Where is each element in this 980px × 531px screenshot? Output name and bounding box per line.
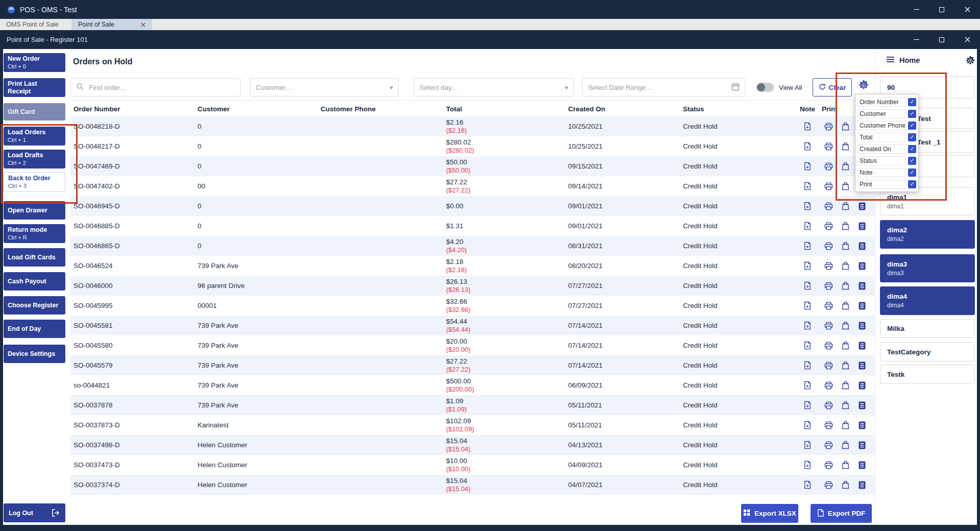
table-row[interactable]: SO-0037374-DHelen Customer$15.04($15.04)… xyxy=(70,475,875,495)
invoice-icon[interactable] xyxy=(857,441,867,450)
category-button-testcategory[interactable]: TestCategory xyxy=(880,342,975,361)
category-button-dima4[interactable]: dima4dima4 xyxy=(880,286,975,315)
minimize-icon[interactable] xyxy=(903,30,929,49)
day-filter-dropdown[interactable]: Select day... ▾ xyxy=(414,78,574,96)
sidebar-button-device-settings[interactable]: Device Settings xyxy=(4,345,65,363)
table-row[interactable]: SO-0045581739 Park Ave$54.44($54.44)07/1… xyxy=(70,316,875,335)
pickup-bag-icon[interactable] xyxy=(841,202,850,211)
find-order-searchbox[interactable] xyxy=(70,78,241,96)
checkbox-checked-icon[interactable]: ✓ xyxy=(908,157,916,165)
pickup-bag-icon[interactable] xyxy=(841,341,850,350)
sidebar-button-print-last-receipt[interactable]: Print Last ReceiptCtrl + P xyxy=(4,78,65,97)
invoice-icon[interactable] xyxy=(857,381,867,390)
close-icon[interactable] xyxy=(954,30,980,49)
invoice-icon[interactable] xyxy=(857,261,867,271)
print-receipt-icon[interactable] xyxy=(824,242,833,251)
add-note-icon[interactable] xyxy=(803,321,812,330)
category-button-dima3[interactable]: dima3dima3 xyxy=(880,254,975,282)
checkbox-checked-icon[interactable]: ✓ xyxy=(908,122,916,130)
add-note-icon[interactable] xyxy=(803,441,812,450)
checkbox-checked-icon[interactable]: ✓ xyxy=(908,180,916,188)
category-button-testk[interactable]: Testk xyxy=(880,365,975,384)
category-button-milka[interactable]: Milka xyxy=(880,319,975,338)
sidebar-button-load-drafts[interactable]: Load DraftsCtrl + 2 xyxy=(4,150,65,168)
checkbox-checked-icon[interactable]: ✓ xyxy=(908,145,916,153)
export-pdf-button[interactable]: Export PDF xyxy=(811,504,872,523)
invoice-icon[interactable] xyxy=(857,321,867,330)
column-option-print[interactable]: Print✓ xyxy=(857,178,916,190)
column-option-order-number[interactable]: Order Number✓ xyxy=(857,96,916,108)
invoice-icon[interactable] xyxy=(857,301,867,310)
table-row[interactable]: SO-0037473-DHelen Customer$10.00($10.00)… xyxy=(70,455,875,475)
print-receipt-icon[interactable] xyxy=(824,321,833,330)
sidebar-button-new-order[interactable]: New OrderCtrl + 0 xyxy=(4,53,65,72)
invoice-icon[interactable] xyxy=(857,401,867,410)
invoice-icon[interactable] xyxy=(857,341,867,350)
maximize-icon[interactable] xyxy=(929,0,954,19)
print-receipt-icon[interactable] xyxy=(824,381,833,390)
view-all-toggle[interactable] xyxy=(756,83,774,92)
add-note-icon[interactable] xyxy=(803,142,812,151)
add-note-icon[interactable] xyxy=(803,162,812,171)
minimize-icon[interactable] xyxy=(903,0,929,19)
add-note-icon[interactable] xyxy=(803,182,812,191)
print-receipt-icon[interactable] xyxy=(824,122,833,131)
print-receipt-icon[interactable] xyxy=(824,261,833,271)
table-row[interactable]: SO-004599500001$32.66($32.66)07/27/2021C… xyxy=(70,296,875,316)
column-option-created-on[interactable]: Created On✓ xyxy=(857,143,916,155)
add-note-icon[interactable] xyxy=(803,401,812,410)
column-option-status[interactable]: Status✓ xyxy=(857,155,916,166)
add-note-icon[interactable] xyxy=(803,222,812,231)
add-note-icon[interactable] xyxy=(803,461,812,470)
logout-button[interactable]: Log Out xyxy=(4,503,65,522)
add-note-icon[interactable] xyxy=(803,261,812,271)
pickup-bag-icon[interactable] xyxy=(841,441,850,450)
pickup-bag-icon[interactable] xyxy=(841,222,850,231)
pickup-bag-icon[interactable] xyxy=(841,401,850,410)
checkbox-checked-icon[interactable]: ✓ xyxy=(908,168,916,177)
print-receipt-icon[interactable] xyxy=(824,182,833,191)
invoice-icon[interactable] xyxy=(857,242,867,251)
table-row[interactable]: SO-0045579739 Park Ave$27.22($27.22)07/1… xyxy=(70,355,875,375)
column-settings-gear-icon[interactable] xyxy=(857,79,870,91)
menu-icon[interactable] xyxy=(886,56,895,64)
customer-filter-dropdown[interactable]: Customer... ▾ xyxy=(250,78,399,96)
print-receipt-icon[interactable] xyxy=(824,401,833,410)
sidebar-button-cash-payout[interactable]: Cash Payout xyxy=(4,272,65,291)
export-xlsx-button[interactable]: Export XLSX xyxy=(741,504,798,523)
print-receipt-icon[interactable] xyxy=(824,281,833,291)
search-input[interactable] xyxy=(88,83,235,92)
checkbox-checked-icon[interactable]: ✓ xyxy=(908,98,916,106)
pickup-bag-icon[interactable] xyxy=(841,281,850,291)
add-note-icon[interactable] xyxy=(803,480,812,490)
table-row[interactable]: SO-004600096 parent Drive$26.13($26.13)0… xyxy=(70,276,875,296)
column-option-note[interactable]: Note✓ xyxy=(857,166,916,178)
print-receipt-icon[interactable] xyxy=(824,361,833,370)
sidebar-button-open-drawer[interactable]: Open Drawer xyxy=(4,201,65,220)
add-note-icon[interactable] xyxy=(803,301,812,310)
add-note-icon[interactable] xyxy=(803,122,812,131)
table-row[interactable]: SO-0046945-D0$0.0009/01/2021Credit Hold xyxy=(70,196,875,216)
print-receipt-icon[interactable] xyxy=(824,461,833,470)
close-icon[interactable] xyxy=(954,0,980,19)
pickup-bag-icon[interactable] xyxy=(841,242,850,251)
add-note-icon[interactable] xyxy=(803,381,812,390)
pickup-bag-icon[interactable] xyxy=(841,461,850,470)
sidebar-button-choose-register[interactable]: Choose Register xyxy=(4,296,65,315)
print-receipt-icon[interactable] xyxy=(824,421,833,430)
invoice-icon[interactable] xyxy=(857,202,867,211)
invoice-icon[interactable] xyxy=(857,480,867,490)
clear-button[interactable]: Clear xyxy=(813,78,852,96)
print-receipt-icon[interactable] xyxy=(824,142,833,151)
table-row[interactable]: SO-0037498-DHelen Customer$15.04($15.04)… xyxy=(70,435,875,455)
table-row[interactable]: SO-0048218-D0$2.16($2.16)10/25/2021Credi… xyxy=(70,116,875,136)
table-row[interactable]: SO-0037873-DKarinatest$102.09($102.09)05… xyxy=(70,415,875,435)
column-option-customer-phone[interactable]: Customer Phone✓ xyxy=(857,119,916,131)
maximize-icon[interactable] xyxy=(929,30,954,49)
tab-oms-point-of-sale[interactable]: OMS Point of Sale xyxy=(0,19,72,30)
pickup-bag-icon[interactable] xyxy=(841,122,850,131)
tab-point-of-sale[interactable]: Point of Sale xyxy=(72,19,152,30)
checkbox-checked-icon[interactable]: ✓ xyxy=(908,133,916,141)
table-row[interactable]: SO-0046524739 Park Ave$2.18($2.18)08/20/… xyxy=(70,256,875,276)
category-button-dima2[interactable]: dima2dima2 xyxy=(880,220,975,249)
